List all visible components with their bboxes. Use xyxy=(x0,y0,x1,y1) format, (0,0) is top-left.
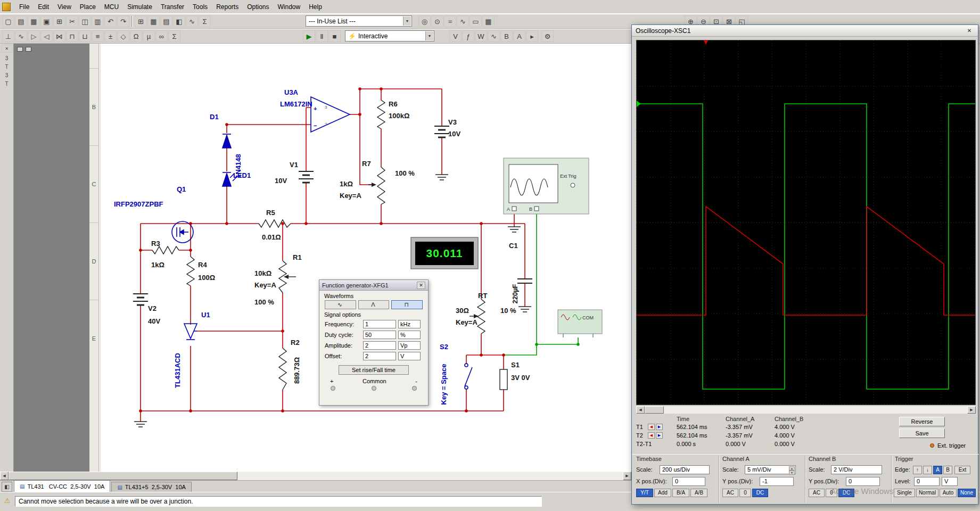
menu-item-edit[interactable]: Edit xyxy=(34,1,53,13)
trigger-source-a-button[interactable]: A xyxy=(933,466,942,474)
cut-icon[interactable]: ✂ xyxy=(66,15,78,27)
timebase-xpos-field[interactable]: 0 xyxy=(672,477,705,486)
menu-item-options[interactable]: Options xyxy=(243,1,273,13)
menu-item-window[interactable]: Window xyxy=(274,1,305,13)
reverse-button[interactable]: Reverse xyxy=(899,417,945,426)
stop-simulation-icon[interactable]: ■ xyxy=(328,30,341,42)
chevron-down-icon[interactable]: ▼ xyxy=(403,17,411,26)
scrollbar-track[interactable] xyxy=(9,472,623,480)
analysis-icon[interactable]: ≈ xyxy=(444,15,456,27)
menu-item-view[interactable]: View xyxy=(53,1,76,13)
amplitude-unit[interactable]: Vp xyxy=(398,341,421,350)
scroll-right-icon[interactable]: ▶ xyxy=(967,406,976,414)
in-use-list-combo[interactable]: --- In-Use List --- ▼ xyxy=(306,15,412,27)
t1-right-icon[interactable]: ▶ xyxy=(656,424,663,430)
close-icon[interactable]: ✕ xyxy=(417,282,425,289)
rising-edge-icon[interactable]: ↑ xyxy=(913,466,922,474)
trigger-single-button[interactable]: Single xyxy=(894,489,915,497)
multimeter-display[interactable]: 30.011 xyxy=(411,237,478,269)
scroll-left-icon[interactable]: ◀ xyxy=(0,472,9,480)
spin-up-icon[interactable]: ▲ xyxy=(789,466,795,471)
trigger-marker-icon[interactable] xyxy=(704,40,708,45)
amplitude-input[interactable]: 2 xyxy=(363,341,396,350)
yt-mode-button[interactable]: Y/T xyxy=(636,489,653,497)
description-box-icon[interactable]: ▭ xyxy=(470,15,482,27)
trigger-auto-button[interactable]: Auto xyxy=(940,489,957,497)
open-file-icon[interactable]: ▤ xyxy=(15,15,27,27)
timebase-scale-field[interactable]: 200 us/Div xyxy=(660,465,710,474)
menu-item-file[interactable]: File xyxy=(15,1,34,13)
function-generator-icon[interactable]: ƒ xyxy=(462,30,474,42)
postprocessor-icon[interactable]: Σ xyxy=(199,15,211,27)
scrollbar-thumb[interactable] xyxy=(645,406,664,414)
t1-left-icon[interactable]: ◀ xyxy=(648,424,655,430)
place-mixed-icon[interactable]: ± xyxy=(104,30,117,42)
add-mode-button[interactable]: Add xyxy=(654,489,671,497)
spin-down-icon[interactable]: ▼ xyxy=(789,471,795,475)
ba-mode-button[interactable]: B/A xyxy=(672,489,689,497)
database-manager-icon[interactable]: ▤ xyxy=(160,15,172,27)
minus-terminal[interactable] xyxy=(412,386,417,391)
scale-spinner[interactable]: ▲▼ xyxy=(789,466,795,473)
place-cmos-icon[interactable]: ⊔ xyxy=(79,30,91,42)
voltage-probe-icon[interactable]: ◎ xyxy=(418,15,431,27)
scrollbar-thumb[interactable] xyxy=(9,472,237,480)
oscilloscope-title-bar[interactable]: Oscilloscope-XSC1 ✕ xyxy=(632,25,978,37)
redo-icon[interactable]: ↷ xyxy=(117,15,129,27)
set-rise-fall-button[interactable]: Set rise/Fall time xyxy=(339,365,409,375)
scope-horizontal-scrollbar[interactable]: ◀ ▶ xyxy=(636,406,976,414)
paste-icon[interactable]: ▥ xyxy=(92,15,104,27)
tab-tl431-plus5[interactable]: ▤ TL431+5 2,5-30V 10A xyxy=(111,482,192,492)
scroll-left-icon[interactable]: ◀ xyxy=(636,406,645,414)
trigger-source-ext-button[interactable]: Ext xyxy=(954,466,970,474)
duty-cycle-unit[interactable]: % xyxy=(398,331,421,339)
frequency-unit[interactable]: kHz xyxy=(398,320,421,328)
tab-tl431-cv-cc[interactable]: ▤ TL431 CV-CC 2,5-30V 10A xyxy=(14,480,110,492)
grapher-icon[interactable]: ∿ xyxy=(186,15,198,27)
offset-input[interactable]: 2 xyxy=(363,352,396,360)
current-probe-instrument-icon[interactable]: COM xyxy=(558,310,602,337)
schematic-drawing[interactable]: Ext Trig A B COM 30.011 xyxy=(99,44,633,472)
trigger-level-unit[interactable]: V xyxy=(942,477,958,486)
pause-simulation-icon[interactable]: Ⅱ xyxy=(316,30,328,42)
square-wave-button[interactable]: ⊓ xyxy=(391,300,423,309)
simulation-mode-combo[interactable]: ⚡ Interactive ▼ xyxy=(345,30,434,42)
save-button[interactable]: Save xyxy=(899,428,945,438)
place-diode-icon[interactable]: ▷ xyxy=(28,30,40,42)
place-power-icon[interactable]: Ω xyxy=(130,30,142,42)
place-ttl-icon[interactable]: ⊓ xyxy=(66,30,78,42)
place-misc-digital-icon[interactable]: ≡ xyxy=(92,30,104,42)
canvas-horizontal-scrollbar[interactable]: ◀ ▶ xyxy=(0,472,631,480)
component-wizard-icon[interactable]: ◧ xyxy=(173,15,185,27)
channel-a-ac-button[interactable]: AC xyxy=(722,489,738,497)
menu-item-reports[interactable]: Reports xyxy=(212,1,243,13)
menu-item-transfer[interactable]: Transfer xyxy=(157,1,188,13)
copy-icon[interactable]: ◫ xyxy=(79,15,91,27)
trigger-source-b-button[interactable]: B xyxy=(943,466,952,474)
settings-gear-icon[interactable]: ⚙ xyxy=(541,30,554,42)
save-icon[interactable]: ▦ xyxy=(28,15,40,27)
new-file-icon[interactable]: ▢ xyxy=(2,15,14,27)
sheet-nav-icon[interactable]: ◧ xyxy=(2,482,12,492)
breadboard-icon[interactable]: ▦ xyxy=(482,15,495,27)
trigger-none-button[interactable]: None xyxy=(958,489,976,497)
channel-a-dc-button[interactable]: DC xyxy=(752,489,768,497)
place-electromech-icon[interactable]: Σ xyxy=(168,30,180,42)
dialog-title-bar[interactable]: Function generator-XFG1 ✕ xyxy=(319,280,428,291)
bode-plotter-icon[interactable]: B xyxy=(500,30,513,42)
run-simulation-icon[interactable]: ▶ xyxy=(303,30,315,42)
channel-b-marker-icon[interactable] xyxy=(637,101,641,107)
grapher-view-icon[interactable]: ∿ xyxy=(457,15,469,27)
plus-terminal[interactable] xyxy=(331,386,335,391)
current-clamp-icon[interactable]: ⊙ xyxy=(431,15,443,27)
triangle-wave-button[interactable]: Λ xyxy=(358,300,390,309)
scroll-right-icon[interactable]: ▶ xyxy=(623,472,631,480)
print-icon[interactable]: ▣ xyxy=(40,15,53,27)
wattmeter-icon[interactable]: W xyxy=(475,30,487,42)
oscilloscope-icon[interactable]: ∿ xyxy=(488,30,500,42)
chevron-down-icon[interactable]: ▼ xyxy=(425,31,433,40)
spreadsheet-view-icon[interactable]: ▦ xyxy=(147,15,160,27)
trigger-normal-button[interactable]: Normal xyxy=(916,489,938,497)
channel-a-scale-field[interactable]: 5 mV/Div ▲▼ xyxy=(745,465,796,474)
sine-wave-button[interactable]: ∿ xyxy=(325,300,356,309)
